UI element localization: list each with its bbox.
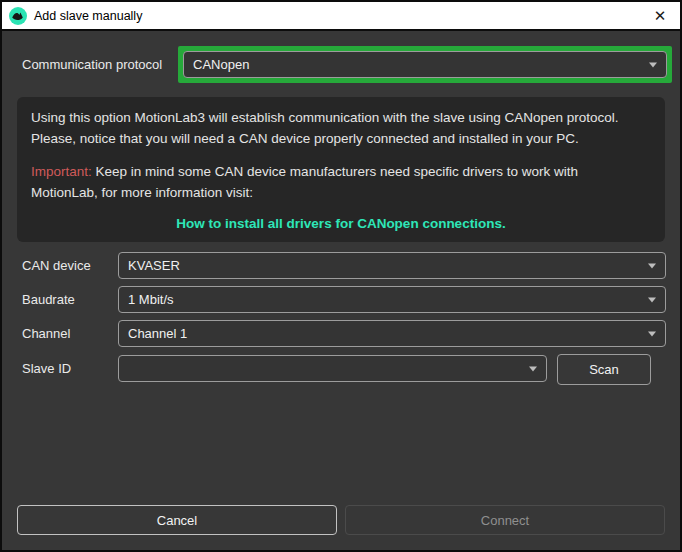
- can-device-value: KVASER: [128, 258, 180, 273]
- chevron-down-icon: [649, 62, 657, 67]
- important-label: Important:: [31, 164, 92, 179]
- protocol-dropdown[interactable]: CANopen: [183, 51, 667, 78]
- info-line-2: Please, notice that you will need a CAN …: [31, 128, 651, 149]
- baudrate-label: Baudrate: [22, 286, 75, 313]
- info-box: Using this option MotionLab3 will establ…: [17, 97, 665, 242]
- dialog-body: Communication protocol CANopen Using thi…: [2, 33, 680, 550]
- channel-value: Channel 1: [128, 326, 187, 341]
- cancel-button[interactable]: Cancel: [17, 505, 337, 535]
- close-icon[interactable]: ✕: [644, 2, 676, 29]
- chevron-down-icon: [648, 331, 656, 336]
- app-icon: [9, 7, 27, 25]
- can-device-label: CAN device: [22, 252, 91, 279]
- window-title: Add slave manually: [34, 9, 142, 23]
- protocol-label: Communication protocol: [22, 51, 162, 78]
- channel-dropdown[interactable]: Channel 1: [118, 320, 666, 347]
- protocol-highlight-frame: CANopen: [178, 46, 672, 83]
- chevron-down-icon: [648, 263, 656, 268]
- info-line-1: Using this option MotionLab3 will establ…: [31, 107, 651, 128]
- slave-id-dropdown[interactable]: [118, 355, 547, 382]
- scan-button[interactable]: Scan: [557, 354, 651, 385]
- info-line-4: MotionLab, for more information visit:: [31, 182, 651, 203]
- baudrate-value: 1 Mbit/s: [128, 292, 174, 307]
- info-line-3: Important: Keep in mind some CAN device …: [31, 161, 651, 182]
- can-device-dropdown[interactable]: KVASER: [118, 252, 666, 279]
- titlebar: Add slave manually ✕: [2, 2, 680, 31]
- slave-id-label: Slave ID: [22, 355, 71, 382]
- chevron-down-icon: [529, 366, 537, 371]
- channel-label: Channel: [22, 320, 70, 347]
- baudrate-dropdown[interactable]: 1 Mbit/s: [118, 286, 666, 313]
- add-slave-dialog: Add slave manually ✕ Communication proto…: [0, 0, 682, 552]
- drivers-help-link[interactable]: How to install all drivers for CANopen c…: [31, 213, 651, 234]
- chevron-down-icon: [648, 297, 656, 302]
- protocol-dropdown-value: CANopen: [193, 57, 249, 72]
- connect-button[interactable]: Connect: [345, 505, 665, 535]
